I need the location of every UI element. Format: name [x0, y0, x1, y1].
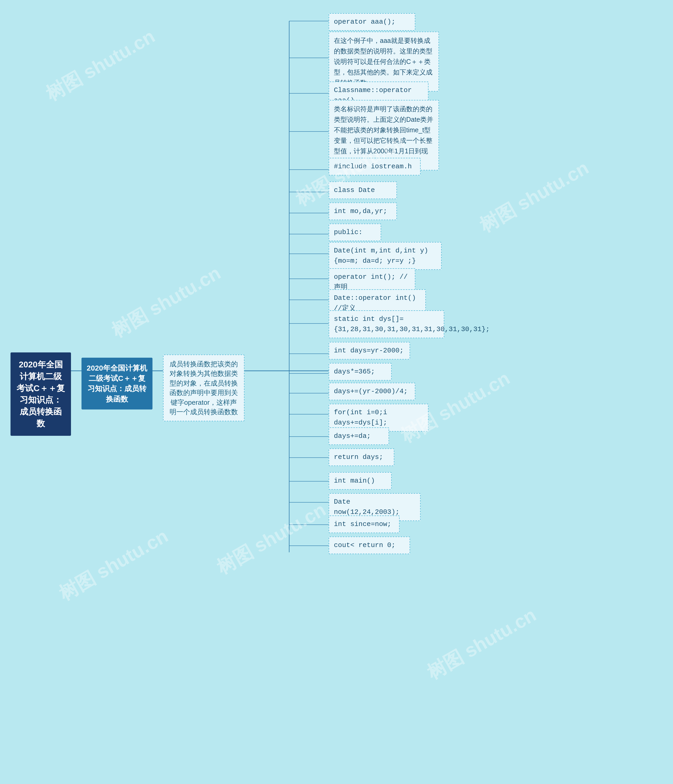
level3-node: 成员转换函数把该类的对象转换为其他数据类型的对象，在成员转换函数的声明中要用到关… — [163, 355, 244, 422]
code-box-int-days: int days=yr-2000; — [329, 342, 410, 359]
watermark-1: 树图 shutu.cn — [41, 24, 160, 107]
watermark-7: 树图 shutu.cn — [475, 155, 593, 238]
code-box-days-plus-yr: days+=(yr-2000)/4; — [329, 383, 415, 400]
watermark-6: 树图 shutu.cn — [423, 602, 541, 685]
code-box-static-dys: static int dys[]={31,28,31,30,31,30,31,3… — [329, 310, 444, 338]
code-box-cout-return: cout< return 0; — [329, 537, 410, 554]
code-box-int-since: int since=now; — [329, 515, 399, 533]
code-box-days-times: days*=365; — [329, 363, 392, 381]
code-box-int-mo-da-yr: int mo,da,yr; — [329, 202, 397, 220]
level2-node: 2020年全国计算机二级考试C＋＋复习知识点：成员转换函数 — [81, 358, 152, 409]
watermark-8: 树图 shutu.cn — [54, 523, 173, 606]
code-box-operator-aaa: operator aaa(); — [329, 13, 415, 31]
root-label: 2020年全国计算机二级考试C＋＋复习知识点：成员转换函数 — [17, 360, 65, 428]
code-box-public: public: — [329, 224, 381, 241]
watermark-3: 树图 shutu.cn — [107, 260, 225, 343]
code-box-return-days: return days; — [329, 448, 394, 466]
level2-label: 2020年全国计算机二级考试C＋＋复习知识点：成员转换函数 — [87, 364, 147, 403]
level3-label: 成员转换函数把该类的对象转换为其他数据类型的对象，在成员转换函数的声明中要用到关… — [169, 360, 238, 416]
code-box-date-constructor: Date(int m,int d,int y) {mo=m; da=d; yr=… — [329, 242, 441, 270]
diagram-container: 树图 shutu.cn 树图 shutu.cn 树图 shutu.cn 树图 s… — [0, 0, 673, 784]
code-box-class-date: class Date — [329, 182, 397, 199]
root-node: 2020年全国计算机二级考试C＋＋复习知识点：成员转换函数 — [11, 352, 71, 436]
code-box-include: #include iostream.h — [329, 158, 421, 176]
code-box-int-main: int main() — [329, 472, 392, 490]
watermark-5: 树图 shutu.cn — [212, 497, 331, 580]
code-box-days-plus-da: days+=da; — [329, 427, 389, 445]
